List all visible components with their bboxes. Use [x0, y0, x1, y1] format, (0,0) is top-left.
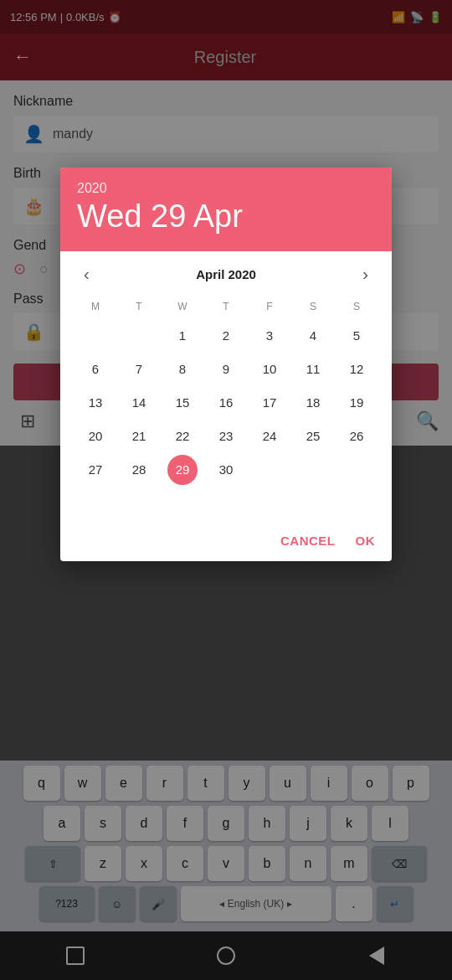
calendar-day — [254, 455, 285, 485]
calendar-day[interactable]: 14 — [124, 388, 154, 418]
weekday-sun: S — [335, 297, 378, 316]
calendar-day[interactable]: 25 — [298, 421, 328, 451]
prev-month-button[interactable]: ‹ — [77, 261, 96, 287]
calendar-day[interactable]: 19 — [342, 388, 372, 418]
calendar-year: 2020 — [77, 181, 375, 196]
calendar-actions: CANCEL OK — [60, 520, 392, 561]
calendar-day[interactable]: 2 — [211, 321, 241, 351]
calendar-day[interactable]: 13 — [80, 388, 110, 418]
calendar-day[interactable]: 9 — [211, 354, 241, 384]
calendar-day[interactable]: 26 — [342, 421, 372, 451]
calendar-day[interactable]: 28 — [124, 455, 154, 485]
calendar-day[interactable]: 21 — [124, 421, 154, 451]
calendar-day[interactable]: 16 — [211, 388, 241, 418]
calendar-day — [124, 321, 154, 351]
calendar-day[interactable]: 15 — [167, 388, 198, 418]
calendar-day[interactable]: 24 — [254, 421, 285, 451]
calendar-day[interactable]: 3 — [254, 321, 285, 351]
calendar-day[interactable]: 8 — [167, 354, 198, 384]
ok-button[interactable]: OK — [356, 534, 376, 548]
weekday-wed: W — [161, 297, 204, 316]
calendar-days: 1234567891011121314151617181920212223242… — [74, 319, 378, 520]
next-month-button[interactable]: › — [356, 261, 375, 287]
weekday-thu: T — [204, 297, 248, 316]
calendar-selected-date: Wed 29 Apr — [77, 199, 375, 235]
calendar-day[interactable]: 17 — [254, 388, 285, 418]
calendar-day[interactable]: 23 — [211, 421, 241, 451]
calendar-day[interactable]: 4 — [298, 321, 328, 351]
calendar-month-title: April 2020 — [196, 267, 256, 281]
calendar-day[interactable]: 7 — [124, 354, 154, 384]
calendar-dialog: 2020 Wed 29 Apr ‹ April 2020 › M T W T F… — [60, 168, 392, 561]
calendar-day[interactable]: 12 — [342, 354, 372, 384]
cancel-button[interactable]: CANCEL — [280, 534, 336, 548]
calendar-day[interactable]: 30 — [211, 455, 241, 485]
weekday-mon: M — [74, 297, 117, 316]
calendar-day[interactable]: 1 — [167, 321, 198, 351]
calendar-day — [298, 455, 328, 485]
calendar-day[interactable]: 20 — [80, 421, 110, 451]
calendar-day — [80, 488, 110, 518]
calendar-day[interactable]: 27 — [80, 455, 110, 485]
weekday-fri: F — [248, 297, 291, 316]
calendar-day[interactable]: 11 — [298, 354, 328, 384]
calendar-day[interactable]: 6 — [80, 354, 110, 384]
calendar-day — [342, 455, 372, 485]
calendar-day[interactable]: 22 — [167, 421, 198, 451]
weekday-sat: S — [291, 297, 335, 316]
calendar-day[interactable]: 29 — [167, 455, 198, 485]
calendar-header: 2020 Wed 29 Apr — [60, 168, 392, 251]
calendar-grid: M T W T F S S 12345678910111213141516171… — [60, 297, 392, 520]
calendar-day — [80, 321, 110, 351]
calendar-nav: ‹ April 2020 › — [60, 251, 392, 297]
calendar-day[interactable]: 18 — [298, 388, 328, 418]
calendar-weekdays: M T W T F S S — [74, 297, 378, 316]
calendar-day[interactable]: 5 — [342, 321, 372, 351]
calendar-day[interactable]: 10 — [254, 354, 285, 384]
weekday-tue: T — [117, 297, 161, 316]
